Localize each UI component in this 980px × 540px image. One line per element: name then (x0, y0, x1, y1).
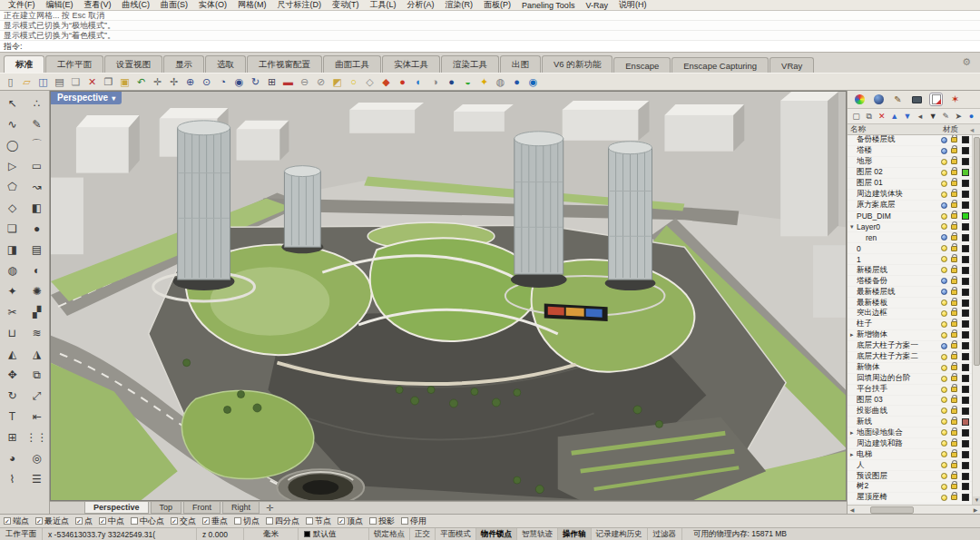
grid-icon[interactable]: ☰ (24, 468, 49, 489)
arc-icon[interactable]: ⌒ (24, 134, 49, 155)
layer-color-swatch[interactable] (962, 353, 969, 360)
viewport-tab-perspective[interactable]: Perspective (84, 502, 149, 514)
layer-lock-icon[interactable] (951, 343, 957, 349)
layer-row[interactable]: ▸新增物体 (848, 330, 972, 341)
layer-color-swatch[interactable] (962, 309, 969, 317)
layer-lock-icon[interactable] (951, 441, 957, 447)
sphere-solid-icon[interactable]: ◕ (0, 447, 24, 468)
osnap-中心点[interactable]: 中心点 (131, 515, 164, 527)
layer-visibility-bulb-icon[interactable] (941, 397, 947, 403)
control-point-curve-icon[interactable]: ✎ (24, 113, 49, 134)
layer-row[interactable]: 周边建筑体块 (848, 190, 972, 201)
status-toggle-智慧轨迹[interactable]: 智慧轨迹 (517, 528, 558, 540)
cplane-button[interactable]: 工作平面 (0, 528, 43, 540)
menu-item-V-Ray[interactable]: V-Ray (581, 1, 612, 10)
plugin-tab[interactable]: ✶ (948, 93, 962, 106)
layer-color-swatch[interactable] (962, 180, 969, 187)
zoom-icon[interactable]: ⊕ (182, 74, 198, 89)
layer-color-swatch[interactable] (962, 451, 969, 458)
layer-visibility-bulb-icon[interactable] (941, 343, 947, 349)
checkbox-icon[interactable] (369, 517, 377, 525)
checkbox-icon[interactable]: ✓ (338, 517, 345, 525)
checkbox-icon[interactable] (234, 517, 241, 525)
checkbox-icon[interactable] (266, 517, 273, 525)
tab-出图[interactable]: 出图 (500, 55, 541, 73)
match-icon[interactable]: ✎ (941, 112, 951, 121)
join-icon[interactable]: ⊔ (0, 322, 24, 343)
checkbox-icon[interactable]: ✓ (4, 517, 11, 525)
gear-icon[interactable]: ⚙ (962, 56, 971, 68)
layer-lock-icon[interactable] (951, 213, 957, 219)
display-mode-tab[interactable] (910, 93, 924, 106)
layer-row[interactable]: 新线 (848, 417, 972, 427)
layer-row[interactable]: 塔楼备份 (848, 276, 972, 287)
sun-icon[interactable]: ✦ (476, 74, 492, 89)
layer-color-swatch[interactable] (962, 147, 969, 154)
array-icon[interactable]: ⋮⋮ (24, 427, 49, 447)
select-points-icon[interactable]: ∴ (24, 93, 49, 113)
menu-item-网格(M)[interactable]: 网格(M) (233, 0, 271, 11)
print-icon[interactable]: ▤ (52, 74, 67, 89)
layer-visibility-bulb-icon[interactable] (941, 202, 947, 209)
layer-visibility-bulb-icon[interactable] (941, 148, 947, 154)
layer-color-swatch[interactable] (962, 342, 969, 349)
osnap-停用[interactable]: 停用 (401, 515, 426, 527)
layer-row[interactable]: 底层大柱子方案一 (848, 341, 972, 352)
viewport-tab-top[interactable]: Top (151, 502, 182, 514)
layer-lock-icon[interactable] (951, 246, 957, 251)
shade-icon[interactable]: ◆ (378, 74, 394, 89)
layer-visibility-bulb-icon[interactable] (941, 462, 947, 468)
layer-row[interactable]: 预设图层 (848, 471, 972, 482)
layer-row[interactable]: 最新楼板 (848, 298, 972, 309)
status-toggle-正交[interactable]: 正交 (410, 528, 436, 540)
layer-visibility-bulb-icon[interactable] (941, 267, 947, 273)
rotate-tool-icon[interactable]: ↻ (0, 385, 24, 406)
layer-color-swatch[interactable] (962, 245, 969, 252)
polyline-icon[interactable]: ▷ (0, 155, 24, 176)
layer-lock-icon[interactable] (951, 474, 957, 479)
menu-item-Paneling Tools[interactable]: Paneling Tools (517, 1, 579, 10)
layer-lock-icon[interactable] (951, 332, 957, 338)
viewport-perspective[interactable]: Perspective▾ (50, 91, 847, 501)
layer-visibility-bulb-icon[interactable] (941, 440, 947, 447)
osnap-切点[interactable]: 切点 (234, 515, 260, 527)
layer-visibility-bulb-icon[interactable] (941, 223, 947, 230)
layer-state-icon[interactable]: ◩ (329, 74, 345, 89)
copy-icon[interactable]: ❐ (101, 74, 116, 89)
layer-visibility-bulb-icon[interactable] (941, 354, 947, 360)
layer-color-swatch[interactable] (962, 440, 969, 447)
open-file-icon[interactable]: ▱ (19, 74, 34, 89)
boolean-union-icon[interactable]: ◍ (0, 260, 24, 280)
layer-color-swatch[interactable] (962, 483, 969, 490)
polygon-icon[interactable]: ⬠ (0, 176, 24, 197)
column-name-label[interactable]: 名称 (850, 124, 943, 135)
layer-color-swatch[interactable] (962, 201, 969, 209)
osnap-垂点[interactable]: ✓垂点 (202, 515, 228, 527)
layer-lock-icon[interactable] (951, 191, 957, 197)
layer-lock-icon[interactable] (951, 300, 957, 306)
surface-corner-icon[interactable]: ◧ (24, 197, 49, 218)
layer-color-swatch[interactable] (962, 375, 969, 382)
layer-lock-icon[interactable] (951, 235, 957, 241)
split-icon[interactable]: ▞ (24, 301, 49, 322)
layer-visibility-bulb-icon[interactable] (941, 170, 947, 176)
scroll-down-icon[interactable]: ▼ (973, 496, 980, 505)
layer-visibility-bulb-icon[interactable] (941, 310, 947, 317)
undo-icon[interactable]: ↶ (133, 74, 149, 89)
layer-lock-icon[interactable] (951, 376, 957, 381)
layer-lock-icon[interactable] (951, 310, 957, 316)
menu-item-查看(V)[interactable]: 查看(V) (80, 0, 116, 11)
extrude-icon[interactable]: ◨ (0, 239, 24, 260)
layer-color-swatch[interactable] (962, 494, 969, 501)
tab-实体工具[interactable]: 实体工具 (382, 55, 440, 73)
tab-Enscape Capturing[interactable]: Enscape Capturing (671, 57, 769, 73)
menu-item-文件(F)[interactable]: 文件(F) (4, 0, 40, 11)
viewport-layout-icon[interactable]: ⊞ (264, 74, 279, 89)
expand-down-icon[interactable]: ▾ (850, 223, 857, 231)
layer-visibility-bulb-icon[interactable] (941, 234, 947, 241)
layer-visibility-bulb-icon[interactable] (941, 159, 947, 165)
osnap-端点[interactable]: ✓端点 (4, 515, 29, 527)
menu-item-曲线(C)[interactable]: 曲线(C) (118, 0, 155, 11)
tab-工作视窗配置[interactable]: 工作视窗配置 (247, 55, 322, 73)
status-toggle-记录建构历史[interactable]: 记录建构历史 (592, 528, 648, 540)
